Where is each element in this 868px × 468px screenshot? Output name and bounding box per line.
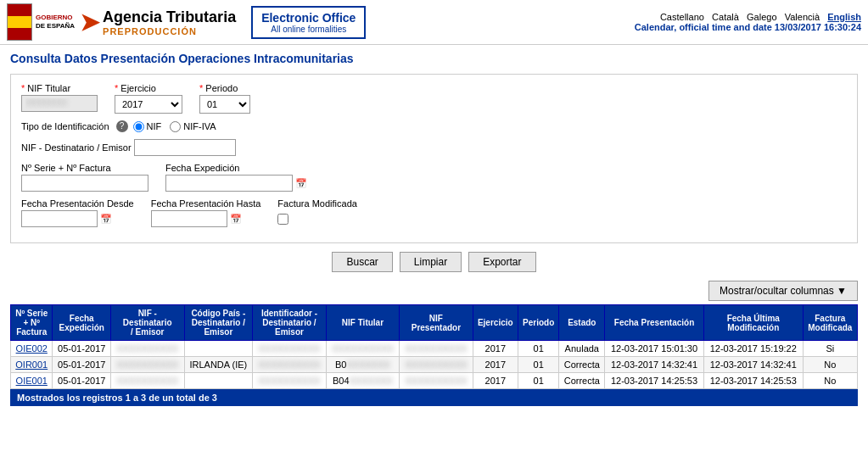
lang-valencian[interactable]: Valencià <box>785 12 820 22</box>
fecha-pres-desde-calendar-icon[interactable]: 📅 <box>99 212 113 226</box>
table-header-row: Nº Serie+ NºFactura FechaExpedición NIF … <box>11 305 858 341</box>
table-row: OIE001 05-01-2017 XXXXXXXXXX XXXXXXXXXX … <box>11 373 858 389</box>
at-sub: PREPRODUCCIÓN <box>103 26 236 36</box>
help-icon[interactable]: ? <box>116 120 128 132</box>
col-nif-dest: NIF -Destinatario/ Emisor <box>111 305 184 341</box>
tipo-id-label: Tipo de Identificación <box>21 121 109 131</box>
fecha-exp-label: Fecha Expedición <box>165 163 308 173</box>
ejercicio-label-text: Ejercicio <box>120 83 156 93</box>
factura-mod-3: No <box>803 373 857 389</box>
at-logo-text: Agencia Tributaria PREPRODUCCIÓN <box>103 8 236 36</box>
mostrar-columnas-label: Mostrar/ocultar columnas <box>720 285 834 297</box>
lang-catala[interactable]: Català <box>712 12 739 22</box>
radio-nif-iva-input[interactable] <box>170 121 181 132</box>
cod-pais-2: IRLANDA (IE) <box>184 357 253 373</box>
fecha-pres-desde-group: Fecha Presentación Desde 📅 <box>21 198 134 227</box>
factura-mod-label: Factura Modificada <box>277 198 357 209</box>
fecha-pres-hasta-calendar-icon[interactable]: 📅 <box>229 212 243 226</box>
table-footer: Mostrados los registros 1 a 3 de un tota… <box>10 389 858 406</box>
ejercicio-label: * Ejercicio <box>115 83 182 93</box>
nif-dest-input[interactable] <box>134 139 236 156</box>
fecha-exp-1: 05-01-2017 <box>53 341 111 357</box>
fecha-exp-input[interactable] <box>165 175 293 192</box>
ejercicio-select[interactable]: 2017 2016 2015 <box>115 95 182 114</box>
fecha-exp-2: 05-01-2017 <box>53 357 111 373</box>
form-row-1: * NIF Titular * Ejercicio 2017 2016 2015 <box>21 83 847 114</box>
ejercicio-1: 2017 <box>473 341 518 357</box>
electronic-office-box[interactable]: Electronic Office All online formalities <box>251 6 366 39</box>
fecha-pres-hasta-group: Fecha Presentación Hasta 📅 <box>151 198 261 227</box>
col-fecha-exp: FechaExpedición <box>53 305 111 341</box>
fecha-pres-hasta-row: 📅 <box>151 210 261 227</box>
serie-input[interactable] <box>21 175 148 192</box>
agencia-tributaria-logo: ➤ Agencia Tributaria PREPRODUCCIÓN <box>80 8 236 36</box>
fecha-pres-hasta-input[interactable] <box>151 210 227 227</box>
main-content: Consulta Datos Presentación Operaciones … <box>0 45 868 413</box>
fecha-pres-desde-input[interactable] <box>21 210 98 227</box>
limpiar-button[interactable]: Limpiar <box>400 252 462 272</box>
periodo-group: * Periodo 01020304 05060708 09101112 <box>199 83 250 114</box>
factura-mod-checkbox[interactable] <box>277 214 288 225</box>
radio-nif-text: NIF <box>147 121 162 131</box>
factura-mod-2: No <box>803 357 857 373</box>
required-star-nif: * <box>21 83 25 93</box>
gov-line2: DE ESPAÑA <box>36 22 75 31</box>
fecha-pres-desde-row: 📅 <box>21 210 134 227</box>
gov-text: GOBIERNO DE ESPAÑA <box>36 14 75 30</box>
lang-castellano[interactable]: Castellano <box>660 12 704 22</box>
nif-titular-input[interactable] <box>21 95 98 112</box>
nif-dest-group: NIF - Destinatario / Emisor <box>21 139 847 156</box>
nif-dest-1: XXXXXXXXXX <box>111 341 184 357</box>
estado-2: Correcta <box>559 357 605 373</box>
datetime-display: Calendar, official time and date 13/03/2… <box>635 22 861 32</box>
periodo-2: 01 <box>518 357 559 373</box>
periodo-select[interactable]: 01020304 05060708 09101112 <box>199 95 250 114</box>
nif-titular-2: B0XXXXXXX <box>326 357 399 373</box>
lang-galego[interactable]: Galego <box>747 12 776 22</box>
fecha-pres-3: 12-03-2017 14:25:53 <box>605 373 704 389</box>
factura-mod-1: Si <box>803 341 857 357</box>
nif-titular-group: * NIF Titular <box>21 83 98 112</box>
fecha-exp-calendar-icon[interactable]: 📅 <box>294 176 308 190</box>
col-fecha-pres: Fecha Presentación <box>605 305 704 341</box>
table-body: OIE002 05-01-2017 XXXXXXXXXX XXXXXXXXXX … <box>11 341 858 389</box>
col-nif-presentador: NIFPresentador <box>400 305 473 341</box>
table-row: OIE002 05-01-2017 XXXXXXXXXX XXXXXXXXXX … <box>11 341 858 357</box>
fecha-exp-group: Fecha Expedición 📅 <box>165 163 308 192</box>
serie-link-2[interactable]: OIR001 <box>11 357 53 373</box>
identificador-3: XXXXXXXXXX <box>253 373 326 389</box>
nif-presentador-3: XXXXXXXXXX <box>400 373 473 389</box>
serie-link-1[interactable]: OIE002 <box>11 341 53 357</box>
page-title: Consulta Datos Presentación Operaciones … <box>10 52 858 65</box>
mostrar-row: Mostrar/ocultar columnas ▼ <box>10 281 858 301</box>
fecha-ultima-3: 12-03-2017 14:25:53 <box>703 373 803 389</box>
radio-nif-input[interactable] <box>133 121 144 132</box>
cod-pais-3 <box>184 373 253 389</box>
col-identificador: Identificador -Destinatario /Emisor <box>253 305 326 341</box>
nif-dest-label: NIF - Destinatario / Emisor <box>21 142 132 153</box>
periodo-label: * Periodo <box>199 83 250 93</box>
serie-link-3[interactable]: OIE001 <box>11 373 53 389</box>
invoice-row: Nº Serie + Nº Factura Fecha Expedición 📅 <box>21 163 847 192</box>
eo-sub: All online formalities <box>261 25 356 34</box>
mostrar-columnas-button[interactable]: Mostrar/ocultar columnas ▼ <box>708 281 858 301</box>
lang-english[interactable]: English <box>827 12 861 22</box>
serie-group: Nº Serie + Nº Factura <box>21 163 148 192</box>
estado-1: Anulada <box>559 341 605 357</box>
ejercicio-2: 2017 <box>473 357 518 373</box>
fecha-exp-3: 05-01-2017 <box>53 373 111 389</box>
col-serie: Nº Serie+ NºFactura <box>11 305 53 341</box>
buscar-button[interactable]: Buscar <box>332 252 392 272</box>
results-table: Nº Serie+ NºFactura FechaExpedición NIF … <box>10 304 858 389</box>
header-right: Castellano Català Galego Valencià Englis… <box>635 12 861 32</box>
radio-nif-iva-label[interactable]: NIF-IVA <box>170 121 216 132</box>
radio-nif-label[interactable]: NIF <box>133 121 162 132</box>
estado-3: Correcta <box>559 373 605 389</box>
tipo-identificacion-row: Tipo de Identificación ? NIF NIF-IVA <box>21 120 847 132</box>
mostrar-columnas-chevron-icon: ▼ <box>837 285 847 297</box>
exportar-button[interactable]: Exportar <box>468 252 535 272</box>
fecha-pres-1: 12-03-2017 15:01:30 <box>605 341 704 357</box>
tipo-id-radio-group: NIF NIF-IVA <box>133 121 216 132</box>
eo-title: Electronic Office <box>261 11 356 25</box>
periodo-1: 01 <box>518 341 559 357</box>
